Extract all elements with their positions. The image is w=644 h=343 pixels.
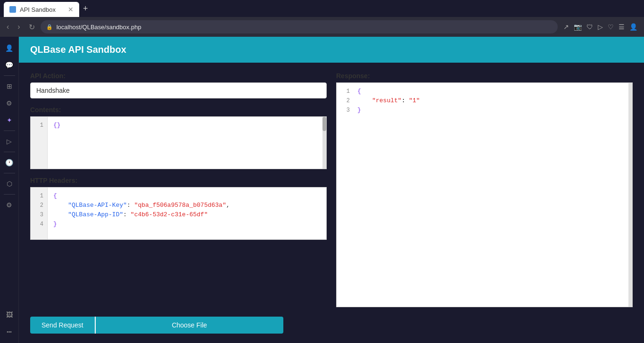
contents-scrollbar-thumb bbox=[322, 117, 326, 131]
sidebar-cube-icon[interactable]: ⬡ bbox=[2, 176, 17, 191]
sidebar-images-icon[interactable]: 🖼 bbox=[2, 307, 17, 322]
contents-section: Contents: 1 {} bbox=[30, 106, 327, 169]
api-action-label: API Action: bbox=[30, 72, 327, 80]
page-body: API Action: Contents: 1 {} bbox=[19, 63, 644, 317]
http-headers-editor[interactable]: 1234 { "QLBase-API-Key": "qba_f506a9578a… bbox=[30, 187, 327, 240]
sidebar-divider-4 bbox=[4, 173, 15, 173]
play-nav-icon[interactable]: ▷ bbox=[598, 23, 603, 31]
contents-code[interactable]: {} bbox=[48, 117, 326, 169]
api-action-section: API Action: bbox=[30, 72, 327, 98]
http-headers-section: HTTP Headers: 1234 { "QLBase-API-Key": "… bbox=[30, 177, 327, 240]
left-panel: API Action: Contents: 1 {} bbox=[30, 72, 327, 307]
choose-file-button[interactable]: Choose File bbox=[95, 317, 283, 334]
sidebar-clock-icon[interactable]: 🕐 bbox=[2, 155, 17, 170]
tab-favicon bbox=[9, 6, 16, 13]
sidebar-settings-icon[interactable]: ⚙ bbox=[2, 96, 17, 111]
response-content: 123 { "result": "1" } bbox=[337, 83, 632, 119]
share-icon[interactable]: ↗ bbox=[563, 23, 569, 31]
sidebar-chat-icon[interactable]: 💬 bbox=[2, 57, 17, 73]
sidebar: 👤 💬 ⊞ ⚙ ✦ ▷ 🕐 ⬡ ⚙ 🖼 ••• bbox=[0, 37, 19, 343]
refresh-button[interactable]: ↻ bbox=[26, 21, 38, 33]
address-text: localhost/QLBase/sandbox.php bbox=[57, 24, 141, 31]
contents-editor[interactable]: 1 {} bbox=[30, 116, 327, 169]
right-panel: Response: 123 { "result": "1" } bbox=[336, 72, 633, 307]
contents-label: Contents: bbox=[30, 106, 327, 114]
profile-icon[interactable]: 👤 bbox=[629, 23, 637, 31]
page-header: QLBase API Sandbox bbox=[19, 37, 644, 63]
sidebar-widget-icon[interactable]: ⊞ bbox=[2, 79, 17, 94]
new-tab-button[interactable]: + bbox=[79, 4, 92, 14]
sidebar-divider-2 bbox=[4, 131, 15, 131]
nav-bar: ‹ › ↻ 🔒 localhost/QLBase/sandbox.php ↗ 📷… bbox=[0, 17, 644, 37]
lock-icon: 🔒 bbox=[46, 24, 53, 30]
response-area: 123 { "result": "1" } bbox=[336, 82, 633, 307]
tab-close-button[interactable]: ✕ bbox=[68, 6, 74, 13]
sidebar-divider-5 bbox=[4, 194, 15, 195]
tab-title: API Sandbox bbox=[20, 6, 56, 13]
button-row: Send Request Choose File bbox=[19, 317, 644, 343]
response-line-numbers: 123 bbox=[337, 83, 354, 119]
api-action-input[interactable] bbox=[30, 82, 327, 98]
address-bar[interactable]: 🔒 localhost/QLBase/sandbox.php bbox=[41, 20, 558, 33]
contents-line-numbers: 1 bbox=[31, 117, 48, 169]
sidebar-play-icon[interactable]: ▷ bbox=[2, 134, 17, 149]
back-button[interactable]: ‹ bbox=[4, 21, 12, 33]
forward-button[interactable]: › bbox=[15, 21, 23, 33]
sidebar-gear-icon[interactable]: ⚙ bbox=[2, 197, 17, 212]
page-title: QLBase API Sandbox bbox=[30, 44, 126, 55]
response-label: Response: bbox=[336, 72, 633, 80]
camera-icon[interactable]: 📷 bbox=[574, 23, 582, 31]
nav-actions: ↗ 📷 🛡 ▷ ♡ ☰ 👤 bbox=[561, 23, 640, 31]
page-content: QLBase API Sandbox API Action: Contents: bbox=[19, 37, 644, 343]
sidebar-user-icon[interactable]: 👤 bbox=[2, 41, 17, 56]
response-code: { "result": "1" } bbox=[354, 83, 632, 119]
http-code-content[interactable]: { "QLBase-API-Key": "qba_f506a9578a_b075… bbox=[48, 188, 326, 239]
http-line-numbers: 1234 bbox=[31, 188, 48, 239]
sidebar-divider-3 bbox=[4, 152, 15, 152]
tab-bar: API Sandbox ✕ + bbox=[0, 0, 644, 17]
http-headers-label: HTTP Headers: bbox=[30, 177, 327, 184]
sidebar-divider-1 bbox=[4, 75, 15, 76]
send-request-button[interactable]: Send Request bbox=[30, 317, 95, 334]
contents-scrollbar[interactable] bbox=[322, 117, 326, 169]
response-scrollbar[interactable] bbox=[628, 83, 632, 307]
sidebar-more-icon[interactable]: ••• bbox=[2, 324, 17, 339]
heart-icon[interactable]: ♡ bbox=[608, 23, 614, 31]
sidebar-star-icon[interactable]: ✦ bbox=[2, 113, 17, 128]
active-tab[interactable]: API Sandbox ✕ bbox=[4, 2, 79, 17]
menu-icon[interactable]: ☰ bbox=[619, 23, 625, 31]
main-layout: 👤 💬 ⊞ ⚙ ✦ ▷ 🕐 ⬡ ⚙ 🖼 ••• QLBase API Sandb… bbox=[0, 37, 644, 343]
shield-icon[interactable]: 🛡 bbox=[586, 23, 593, 31]
